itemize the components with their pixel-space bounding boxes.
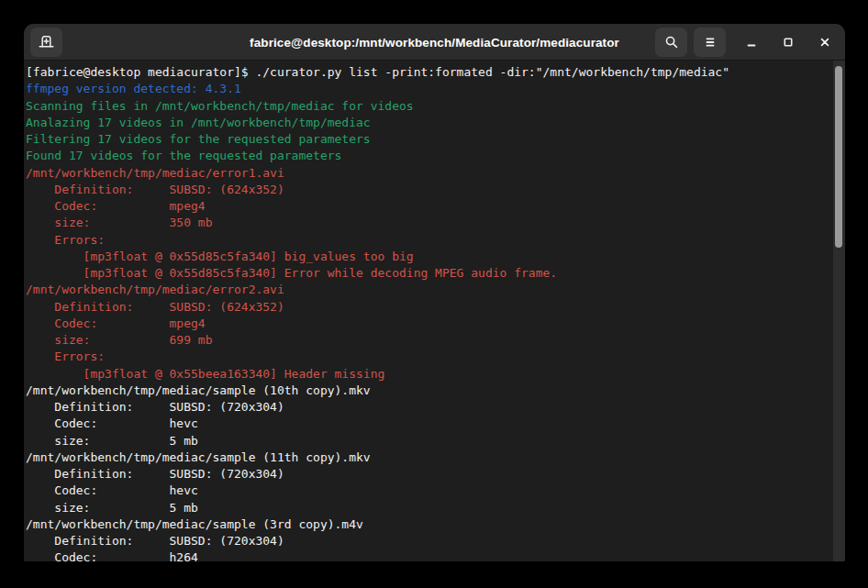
close-button[interactable]	[814, 31, 836, 53]
terminal-line: Definition: SUBSD: (624x352)	[26, 299, 845, 316]
terminal-line: Codec: mpeg4	[26, 198, 845, 215]
terminal-output[interactable]: [fabrice@desktop mediacurator]$ ./curato…	[24, 61, 845, 561]
terminal-line: size: 699 mb	[26, 332, 845, 349]
terminal-line: Codec: mpeg4	[26, 316, 845, 332]
terminal-line: ffmpeg version detected: 4.3.1	[26, 81, 845, 97]
terminal-line: [mp3float @ 0x55d85c5fa340] big_values t…	[26, 249, 845, 265]
terminal-line: [fabrice@desktop mediacurator]$ ./curato…	[26, 64, 845, 81]
terminal-line: Codec: h264	[26, 549, 845, 561]
scrollbar-thumb[interactable]	[835, 66, 842, 248]
maximize-button[interactable]	[777, 31, 799, 53]
terminal-line: Codec: hevc	[26, 483, 845, 499]
terminal-line: Filtering 17 videos for the requested pa…	[26, 131, 845, 148]
terminal-lines: [fabrice@desktop mediacurator]$ ./curato…	[24, 61, 845, 561]
terminal-line: [mp3float @ 0x55beea163340] Header missi…	[26, 366, 845, 383]
terminal-line: Codec: hevc	[26, 416, 845, 432]
terminal-line: /mnt/workbench/tmp/mediac/sample (10th c…	[26, 383, 845, 399]
scrollbar-track[interactable]	[833, 61, 845, 561]
menu-icon	[703, 35, 718, 50]
terminal-line: [mp3float @ 0x55d85c5fa340] Error while …	[26, 265, 845, 282]
terminal-line: Definition: SUBSD: (720x304)	[26, 399, 845, 416]
terminal-line: Definition: SUBSD: (624x352)	[26, 182, 845, 198]
terminal-line: size: 5 mb	[26, 500, 845, 516]
terminal-line: Errors:	[26, 232, 845, 249]
terminal-window: fabrice@desktop:/mnt/workbench/MediaCura…	[24, 24, 845, 561]
minimize-icon	[744, 35, 759, 50]
terminal-line: Definition: SUBSD: (720x304)	[26, 466, 845, 483]
terminal-line: Scanning files in /mnt/workbench/tmp/med…	[26, 98, 845, 115]
terminal-line: /mnt/workbench/tmp/mediac/error2.avi	[26, 282, 845, 298]
window-title: fabrice@desktop:/mnt/workbench/MediaCura…	[250, 35, 619, 49]
terminal-line: Analazing 17 videos in /mnt/workbench/tm…	[26, 115, 845, 131]
search-button[interactable]	[655, 28, 687, 57]
close-icon	[818, 35, 832, 50]
terminal-line: /mnt/workbench/tmp/mediac/sample (11th c…	[26, 449, 845, 466]
maximize-icon	[781, 35, 796, 50]
terminal-line: size: 5 mb	[26, 433, 845, 449]
menu-button[interactable]	[694, 28, 726, 57]
terminal-line: Definition: SUBSD: (720x304)	[26, 533, 845, 549]
terminal-line: size: 350 mb	[26, 215, 845, 231]
new-tab-button[interactable]	[30, 28, 62, 57]
search-icon	[664, 35, 679, 50]
terminal-line: /mnt/workbench/tmp/mediac/error1.avi	[26, 165, 845, 182]
minimize-button[interactable]	[740, 31, 762, 53]
new-tab-icon	[39, 34, 54, 50]
terminal-line: /mnt/workbench/tmp/mediac/sample (3rd co…	[26, 516, 845, 533]
titlebar[interactable]: fabrice@desktop:/mnt/workbench/MediaCura…	[24, 24, 845, 61]
terminal-line: Errors:	[26, 349, 845, 365]
terminal-line: Found 17 videos for the requested parame…	[26, 148, 845, 164]
